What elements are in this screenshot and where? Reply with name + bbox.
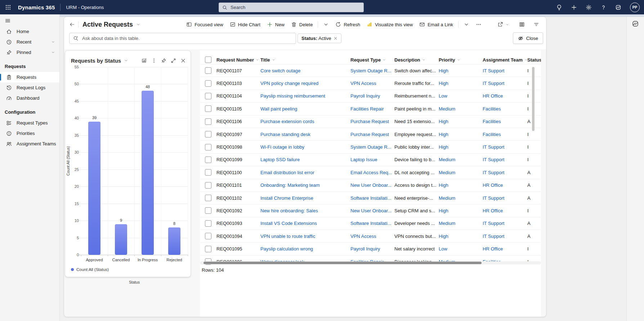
row-checkbox[interactable]	[205, 118, 211, 125]
cell-priority[interactable]: High	[439, 182, 483, 188]
cell-title[interactable]: New hire onboarding: Sales	[260, 208, 350, 213]
back-button[interactable]	[69, 22, 75, 27]
table-row[interactable]: REQ001107Core switch outageSystem Outage…	[200, 64, 541, 77]
horizontal-scrollbar-thumb[interactable]	[204, 262, 482, 264]
cell-assignment-team[interactable]: IT Support	[483, 234, 527, 239]
chevron-down-icon[interactable]	[51, 50, 55, 54]
cell-title[interactable]: Purchase standing desk	[260, 132, 350, 137]
sidebar-item-request-types[interactable]: Request Types	[0, 118, 59, 128]
row-checkbox[interactable]	[205, 93, 211, 99]
waffle-menu-icon[interactable]	[0, 0, 16, 14]
help-icon[interactable]	[600, 4, 607, 10]
view-selector-title[interactable]: Active Requests	[82, 21, 133, 28]
row-checkbox[interactable]	[205, 246, 211, 252]
table-row[interactable]: REQ001100Email distribution list errorEm…	[200, 166, 541, 178]
chart-bar-cancelled[interactable]	[115, 224, 127, 255]
command-visualize-this-view-button[interactable]: Visualize this view	[363, 19, 416, 30]
row-checkbox[interactable]	[205, 67, 211, 74]
table-row[interactable]: REQ001094VPN unable to route trafficVPN …	[200, 230, 541, 242]
command-new-button[interactable]: New	[264, 19, 288, 30]
ask-data-input[interactable]	[81, 35, 292, 41]
command-hide-chart-button[interactable]: Hide Chart	[227, 19, 264, 30]
cell-request-type[interactable]: Payroll Inquiry	[350, 246, 394, 252]
cell-request-type[interactable]: VPN Access	[350, 81, 394, 86]
table-row[interactable]: REQ001092New hire onboarding: SalesNew U…	[200, 204, 541, 217]
cell-assignment-team[interactable]: IT Support	[483, 221, 527, 226]
row-checkbox[interactable]	[205, 220, 211, 227]
cell-request-type[interactable]: New User Onboar...	[350, 208, 394, 213]
row-checkbox[interactable]	[205, 105, 211, 112]
cell-title[interactable]: Payslip missing reimbursement	[260, 93, 350, 99]
column-header-request-number[interactable]: Request Number	[216, 57, 260, 63]
cell-assignment-team[interactable]: Facilities	[483, 132, 527, 137]
cell-request-type[interactable]: Payroll Inquiry	[350, 93, 394, 99]
cell-request-type[interactable]: Purchase Request	[350, 132, 394, 137]
environment-name[interactable]: URM - Operations	[66, 5, 104, 10]
row-checkbox[interactable]	[205, 80, 211, 87]
cell-request-type[interactable]: Email Access Req...	[350, 170, 394, 175]
cell-priority[interactable]: High	[439, 68, 483, 73]
sidebar-item-home[interactable]: Home	[0, 26, 59, 37]
sidebar-item-request-logs[interactable]: Request Logs	[0, 82, 59, 93]
cell-request-type[interactable]: Laptop Issue	[350, 157, 394, 162]
pin-icon[interactable]	[161, 58, 166, 63]
table-row[interactable]: REQ001097Purchase standing deskPurchase …	[200, 128, 541, 140]
cell-priority[interactable]: High	[439, 132, 483, 137]
cell-assignment-team[interactable]: IT Support	[483, 170, 527, 175]
cell-priority[interactable]: Medium	[439, 221, 483, 226]
command-focused-view-button[interactable]: Focused view	[183, 19, 226, 30]
cell-request-type[interactable]: Purchase Request	[350, 119, 394, 124]
cell-assignment-team[interactable]: HR Office	[483, 246, 527, 252]
cell-title[interactable]: Core switch outage	[260, 68, 350, 73]
chevron-down-icon[interactable]	[51, 40, 55, 44]
cell-priority[interactable]: High	[439, 144, 483, 150]
copilot-icon[interactable]	[632, 20, 639, 28]
command-delete-button[interactable]: Delete	[288, 19, 316, 30]
cell-request-type[interactable]: Software Installati...	[350, 195, 394, 201]
cell-request-type[interactable]: System Outage R...	[350, 68, 394, 73]
cell-assignment-team[interactable]: IT Support	[483, 195, 527, 201]
cell-title[interactable]: Install Chrome Enterprise	[260, 195, 350, 201]
row-checkbox[interactable]	[205, 207, 211, 214]
global-search-box[interactable]	[219, 3, 364, 12]
column-header-description[interactable]: Description	[394, 57, 439, 63]
expand-icon[interactable]	[171, 58, 176, 63]
cell-assignment-team[interactable]: Facilities	[483, 119, 527, 124]
cell-title[interactable]: VPN policy change required	[260, 81, 350, 86]
command-share-button[interactable]	[494, 19, 512, 30]
chevron-down-icon[interactable]	[136, 22, 140, 27]
copilot-ask-box[interactable]	[69, 33, 296, 44]
cell-priority[interactable]: Medium	[439, 157, 483, 162]
table-row[interactable]: REQ001101Onboarding: Marketing teamNew U…	[200, 179, 541, 191]
cell-assignment-team[interactable]: IT Support	[483, 144, 527, 150]
chart-add-icon[interactable]	[142, 58, 147, 63]
command-chevron-down-button[interactable]	[460, 19, 473, 30]
row-checkbox[interactable]	[205, 131, 211, 137]
cell-title[interactable]: Purchase extension cords	[260, 119, 350, 124]
table-row[interactable]: REQ001103VPN policy change requiredVPN A…	[200, 77, 541, 89]
table-row[interactable]: REQ001104Payslip missing reimbursementPa…	[200, 90, 541, 102]
column-header-request-type[interactable]: Request Type	[350, 57, 394, 63]
command-ellipsis-button[interactable]	[473, 19, 485, 30]
sidebar-item-dashboard[interactable]: Dashboard	[0, 93, 59, 103]
cell-priority[interactable]: High	[439, 119, 483, 124]
column-header-assignment-team[interactable]: Assignment Team	[483, 57, 527, 63]
copilot-icon[interactable]	[615, 4, 621, 10]
table-row[interactable]: REQ001105Wall paint peelingFacilities Re…	[200, 102, 541, 115]
vertical-scrollbar-thumb[interactable]	[532, 67, 535, 131]
cell-priority[interactable]: High	[439, 81, 483, 86]
chart-bar-approved[interactable]	[88, 122, 100, 255]
cell-title[interactable]: Wi-Fi outage in lobby	[260, 144, 350, 150]
cell-title[interactable]: Wall paint peeling	[260, 106, 350, 112]
chart-bar-rejected[interactable]	[168, 227, 180, 255]
row-checkbox[interactable]	[205, 182, 211, 189]
cell-priority[interactable]: Medium	[439, 106, 483, 112]
cell-priority[interactable]: Medium	[439, 170, 483, 175]
cell-title[interactable]: Laptop SSD failure	[260, 157, 350, 162]
table-row[interactable]: REQ001093Install VS Code ExtensionsSoftw…	[200, 217, 541, 230]
cell-title[interactable]: Onboarding: Marketing team	[260, 182, 350, 188]
cell-priority[interactable]: Medium	[439, 195, 483, 201]
select-all-checkbox[interactable]	[205, 56, 211, 63]
cell-title[interactable]: VPN unable to route traffic	[260, 234, 350, 239]
cell-assignment-team[interactable]: Facilities	[483, 106, 527, 112]
